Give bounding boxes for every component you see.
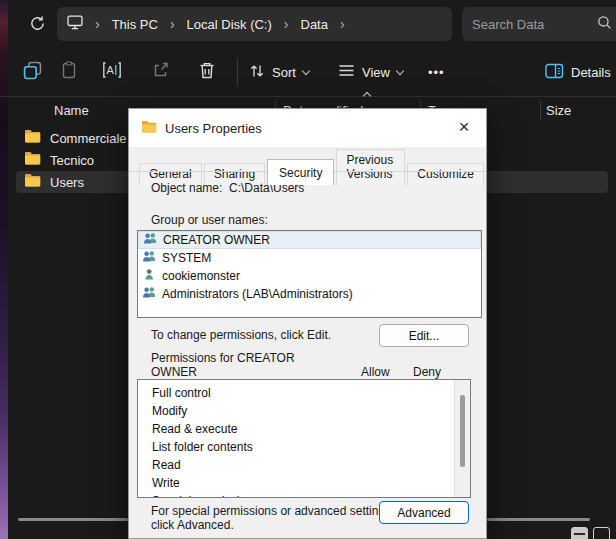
list-item-system[interactable]: SYSTEM <box>138 249 481 267</box>
tab-customize[interactable]: Customize <box>407 163 484 185</box>
chevron-right-icon: › <box>167 17 178 31</box>
advanced-hint-line1: For special permissions or advanced sett… <box>151 504 394 518</box>
details-label: Details <box>571 65 611 80</box>
breadcrumb-item-data[interactable]: Data <box>301 17 328 32</box>
permission-row[interactable]: Modify <box>138 402 470 420</box>
rename-button[interactable]: A <box>101 62 123 82</box>
breadcrumb-item-local-disk[interactable]: Local Disk (C:) <box>187 17 272 32</box>
screen: › This PC › Local Disk (C:) › Data › Sea… <box>0 0 616 539</box>
permission-name: Special permissions <box>152 494 259 498</box>
svg-text:A: A <box>107 64 115 76</box>
permissions-header-line2: OWNER <box>151 365 197 379</box>
refresh-icon <box>29 15 46 36</box>
paste-icon <box>60 61 78 84</box>
chevron-right-icon: › <box>281 17 292 31</box>
share-icon <box>152 61 170 83</box>
chevron-down-icon <box>302 66 310 74</box>
folder-icon <box>24 129 41 147</box>
delete-button[interactable] <box>196 62 218 82</box>
list-item-creator-owner[interactable]: CREATOR OWNER <box>138 231 481 249</box>
permission-name: Read <box>152 458 181 472</box>
edit-button[interactable]: Edit... <box>379 324 469 347</box>
group-user-names-label: Group or user names: <box>151 213 268 227</box>
permission-row[interactable]: List folder contents <box>138 438 470 456</box>
toolbar-divider <box>0 96 616 97</box>
edit-hint-text: To change permissions, click Edit. <box>151 328 331 342</box>
command-toolbar: A Sort View •• <box>0 48 616 96</box>
thumbnail-view-toggle-button[interactable] <box>593 527 610 539</box>
permissions-list[interactable]: Full control Modify Read & execute List … <box>137 379 471 498</box>
column-header-size[interactable]: Size <box>546 103 571 118</box>
search-input[interactable]: Search Data <box>472 17 597 32</box>
advanced-hint-line2: click Advanced. <box>151 518 234 532</box>
view-label: View <box>362 65 390 80</box>
this-pc-icon <box>67 15 83 34</box>
list-item-administrators[interactable]: Administrators (LAB\Administrators) <box>138 285 481 303</box>
permission-row[interactable]: Write <box>138 474 470 492</box>
share-button[interactable] <box>150 62 172 82</box>
user-name: SYSTEM <box>162 251 211 265</box>
permission-row[interactable]: Full control <box>138 384 470 402</box>
horizontal-scrollbar[interactable] <box>487 518 590 521</box>
sort-icon <box>249 63 265 82</box>
column-divider[interactable] <box>540 101 541 121</box>
list-item-cookiemonster[interactable]: cookiemonster <box>138 267 481 285</box>
allow-column-header: Allow <box>361 365 390 379</box>
ellipsis-icon: ••• <box>428 65 445 80</box>
group-user-names-list[interactable]: CREATOR OWNER SYSTEM cookiemonster Admin… <box>137 230 482 318</box>
permission-row[interactable]: Read <box>138 456 470 474</box>
dialog-tabs: General Sharing Security Previous Versio… <box>139 149 486 185</box>
user-name: cookiemonster <box>162 269 240 283</box>
file-name: Commerciale <box>50 131 127 146</box>
details-view-toggle-button[interactable] <box>571 527 588 539</box>
dialog-title: Users Properties <box>165 121 262 136</box>
tab-security[interactable]: Security <box>267 159 334 185</box>
close-icon: × <box>458 116 469 138</box>
user-icon <box>142 268 157 284</box>
file-name: Users <box>50 175 84 190</box>
folder-icon <box>141 120 157 136</box>
permission-name: Full control <box>152 386 211 400</box>
users-properties-dialog: Users Properties × General Sharing Secur… <box>128 108 487 539</box>
view-icon <box>338 63 355 81</box>
tab-previous-versions[interactable]: Previous Versions <box>336 149 405 185</box>
search-icon <box>597 15 612 34</box>
details-pane-button[interactable]: Details <box>545 61 611 83</box>
view-menu-button[interactable]: View <box>338 61 403 83</box>
paste-button[interactable] <box>58 62 80 82</box>
group-icon <box>143 232 158 248</box>
breadcrumb-item-this-pc[interactable]: This PC <box>112 17 158 32</box>
column-header-name[interactable]: Name <box>54 103 89 118</box>
vertical-scrollbar[interactable] <box>454 380 470 497</box>
refresh-button[interactable] <box>26 14 48 36</box>
chevron-down-icon <box>396 66 404 74</box>
sort-menu-button[interactable]: Sort <box>249 61 309 83</box>
folder-icon <box>24 173 41 191</box>
more-options-button[interactable]: ••• <box>428 61 445 83</box>
copy-icon <box>23 61 42 84</box>
edit-button-label: Edit... <box>409 329 440 343</box>
chevron-right-icon: › <box>337 17 348 31</box>
user-name: Administrators (LAB\Administrators) <box>162 287 353 301</box>
permission-row[interactable]: Special permissions <box>138 492 470 498</box>
chevron-right-icon: › <box>92 17 103 31</box>
folder-icon <box>24 151 41 169</box>
copy-button[interactable] <box>21 62 43 82</box>
horizontal-scrollbar[interactable] <box>18 518 128 521</box>
trash-icon <box>198 61 216 84</box>
scrollbar-thumb[interactable] <box>460 395 465 467</box>
advanced-button[interactable]: Advanced <box>379 501 469 524</box>
dialog-title-bar[interactable]: Users Properties <box>129 109 486 147</box>
permission-name: Write <box>152 476 180 490</box>
rename-icon: A <box>102 61 122 83</box>
permission-name: Modify <box>152 404 187 418</box>
advanced-button-label: Advanced <box>397 506 450 520</box>
details-pane-icon <box>545 63 564 82</box>
deny-column-header: Deny <box>413 365 441 379</box>
breadcrumb[interactable]: › This PC › Local Disk (C:) › Data › <box>57 7 452 41</box>
permission-name: List folder contents <box>152 440 253 454</box>
object-name-label: Object name: <box>151 181 222 195</box>
close-button[interactable]: × <box>450 113 478 141</box>
permission-row[interactable]: Read & execute <box>138 420 470 438</box>
search-box[interactable]: Search Data <box>462 7 616 41</box>
